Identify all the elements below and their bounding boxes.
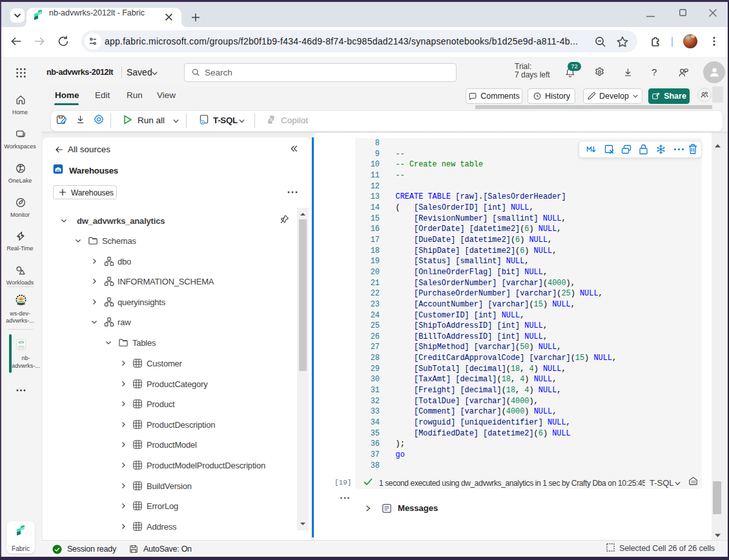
svg-text:</>: </> [18, 340, 24, 345]
